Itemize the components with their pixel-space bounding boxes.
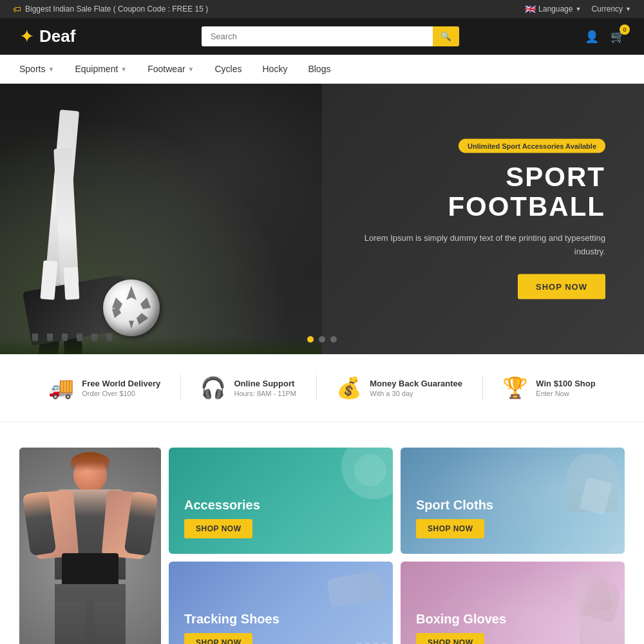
nav-item-hocky[interactable]: Hocky [263,55,288,83]
search-input[interactable] [202,26,433,46]
hero-dot-3[interactable] [330,336,337,343]
sport-cloths-shop-now[interactable]: SHOP NOW [416,519,484,538]
nav-item-blogs[interactable]: Blogs [308,55,330,83]
category-main-image [19,448,161,644]
top-bar-right: 🇬🇧 Language ▼ Currency ▼ [525,4,631,14]
footwear-arrow: ▼ [188,66,194,73]
currency-arrow: ▼ [625,6,631,12]
search-bar: 🔍 [202,26,459,46]
promo-bar: 🏷 Biggest Indian Sale Flate ( Coupon Cod… [13,5,208,14]
flag-icon: 🇬🇧 [525,4,536,14]
cart-badge: 0 [620,24,630,35]
category-card-boxing-gloves[interactable]: Boxing Gloves SHOP NOW [401,562,625,644]
lang-arrow: ▼ [575,6,581,12]
hero-dots [307,336,337,343]
accessories-shop-now[interactable]: SHOP NOW [184,519,252,538]
header: ✦ Deaf 🔍 👤 🛒 0 [0,18,644,55]
top-bar: 🏷 Biggest Indian Sale Flate ( Coupon Cod… [0,0,644,18]
search-button[interactable]: 🔍 [433,26,459,46]
moneyback-title: Money Back Guarantee [370,379,462,388]
nav-item-equipment[interactable]: Equipment ▼ [75,55,127,83]
delivery-title: Free World Delivery [82,379,160,388]
hero-dot-2[interactable] [319,336,325,343]
boxing-gloves-shop-now[interactable]: SHOP NOW [416,633,484,644]
hero-visual [0,84,322,354]
hero-banner: Unlimited Sport Accessories Available SP… [0,84,644,354]
category-grid: Accessories SHOP NOW Sport Cloths SHOP N… [19,448,625,644]
logo-icon: ✦ [19,26,34,47]
sport-cloths-title: Sport Cloths [416,498,609,513]
win-icon: 🏆 [502,375,528,400]
support-title: Online Support [234,379,296,388]
accessories-title: Accessories [184,498,377,513]
feature-divider-3 [482,375,483,401]
feature-divider-2 [316,375,317,401]
feature-delivery: 🚚 Free World Delivery Order Over $100 [48,375,160,400]
logo-text: Deaf [39,26,75,46]
navigation: Sports ▼ Equipment ▼ Footwear ▼ Cycles H… [0,55,644,84]
cart-icon[interactable]: 🛒 0 [611,30,625,44]
hero-title: SPORT FOOTBALL [361,162,605,222]
nav-item-sports[interactable]: Sports ▼ [19,55,54,83]
moneyback-subtitle: With a 30 day [370,390,462,397]
win-title: Win $100 Shop [536,379,595,388]
feature-divider-1 [180,375,181,401]
nav-item-footwear[interactable]: Footwear ▼ [147,55,194,83]
sports-arrow: ▼ [48,66,54,73]
delivery-icon: 🚚 [48,375,74,400]
category-card-tracking-shoes[interactable]: Tracking Shoes SHOP NOW [169,562,393,644]
support-icon: 🎧 [200,375,226,400]
win-subtitle: Enter Now [536,390,595,397]
currency-selector[interactable]: Currency ▼ [591,5,631,14]
header-icons: 👤 🛒 0 [585,30,625,44]
language-selector[interactable]: 🇬🇧 Language ▼ [525,4,581,14]
logo[interactable]: ✦ Deaf [19,26,75,47]
category-card-accessories[interactable]: Accessories SHOP NOW [169,448,393,554]
boxing-gloves-title: Boxing Gloves [416,612,609,627]
delivery-subtitle: Order Over $100 [82,390,160,397]
feature-support: 🎧 Online Support Hours: 8AM - 11PM [200,375,296,400]
hero-shop-now-button[interactable]: SHOP NOW [518,274,605,299]
tracking-shoes-shop-now[interactable]: SHOP NOW [184,633,252,644]
hero-badge: Unlimited Sport Accessories Available [459,139,605,153]
hero-desc: Lorem Ipsum is simply dummy text of the … [361,232,605,259]
feature-moneyback: 💰 Money Back Guarantee With a 30 day [336,375,462,400]
equipment-arrow: ▼ [120,66,127,73]
tag-icon: 🏷 [13,5,21,14]
user-icon[interactable]: 👤 [585,30,599,44]
nav-item-cycles[interactable]: Cycles [214,55,242,83]
category-card-sport-cloths[interactable]: Sport Cloths SHOP NOW [401,448,625,554]
tracking-shoes-title: Tracking Shoes [184,612,377,627]
features-bar: 🚚 Free World Delivery Order Over $100 🎧 … [0,354,644,422]
feature-win: 🏆 Win $100 Shop Enter Now [502,375,595,400]
promo-text: Biggest Indian Sale Flate ( Coupon Code … [25,5,208,14]
moneyback-icon: 💰 [336,375,362,400]
categories-section: Accessories SHOP NOW Sport Cloths SHOP N… [0,422,644,644]
hero-content: Unlimited Sport Accessories Available SP… [361,139,605,299]
support-subtitle: Hours: 8AM - 11PM [234,390,296,397]
hero-dot-1[interactable] [307,336,314,343]
